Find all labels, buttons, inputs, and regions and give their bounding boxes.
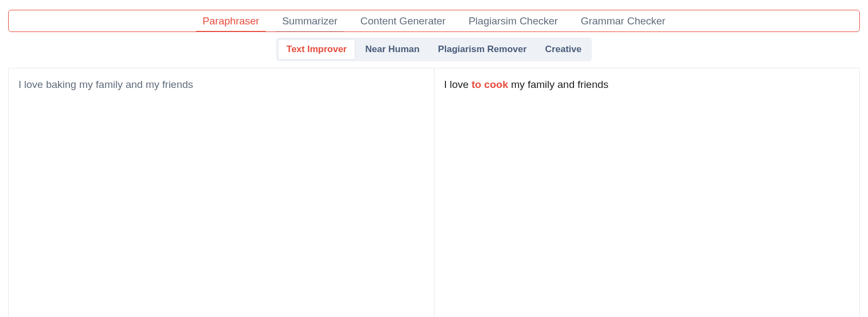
sub-tabs: Text Improver Near Human Plagiarism Remo…	[276, 37, 592, 61]
sub-tab-plagiarism-remover[interactable]: Plagiarism Remover	[429, 39, 535, 60]
input-panel	[9, 68, 435, 317]
input-textarea[interactable]	[18, 77, 424, 312]
tab-grammar-checker[interactable]: Grammar Checker	[578, 10, 667, 31]
output-suffix: my family and friends	[508, 79, 609, 90]
tab-plagiarism-checker[interactable]: Plagiarsim Checker	[467, 10, 560, 31]
sub-tab-text-improver[interactable]: Text Improver	[278, 39, 355, 60]
tab-content-generator[interactable]: Content Generater	[358, 10, 448, 31]
tab-paraphraser[interactable]: Paraphraser	[200, 10, 261, 31]
tab-summarizer[interactable]: Summarizer	[280, 10, 340, 31]
output-panel: I love to cook my family and friends	[435, 68, 860, 317]
output-prefix: I love	[444, 79, 472, 90]
main-tabs: Paraphraser Summarizer Content Generater…	[8, 10, 860, 32]
output-highlight[interactable]: to cook	[471, 79, 508, 90]
output-text: I love to cook my family and friends	[444, 77, 850, 93]
sub-tabs-container: Text Improver Near Human Plagiarism Remo…	[8, 37, 860, 61]
sub-tab-near-human[interactable]: Near Human	[356, 39, 428, 60]
sub-tab-creative[interactable]: Creative	[537, 39, 590, 60]
workspace: I love to cook my family and friends	[8, 68, 860, 317]
